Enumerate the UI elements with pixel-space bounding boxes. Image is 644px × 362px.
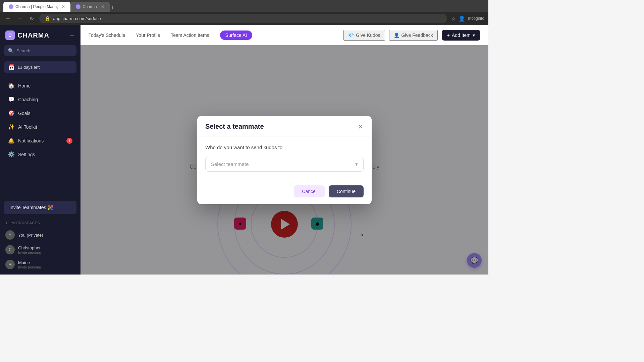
give-kudos-label: Give Kudos <box>356 33 380 38</box>
cancel-button[interactable]: Cancel <box>294 185 325 197</box>
modal-question: Who do you want to send kudos to <box>205 144 364 150</box>
back-button[interactable]: ← <box>4 14 12 23</box>
sidebar-item-coaching[interactable]: 💬 Coaching <box>3 93 78 106</box>
inactive-tab[interactable]: Charma ✕ <box>70 2 110 12</box>
nav-todays-schedule[interactable]: Today's Schedule <box>89 31 125 39</box>
invite-teammates-label: Invite Teammates 🎉 <box>9 205 53 210</box>
modal-body: Who do you want to send kudos to Select … <box>197 136 372 180</box>
nav-your-profile[interactable]: Your Profile <box>136 31 160 39</box>
continue-button[interactable]: Continue <box>329 185 364 197</box>
new-tab-button[interactable]: + <box>111 5 115 12</box>
bookmark-button[interactable]: ☆ <box>451 15 456 22</box>
profile-button[interactable]: 👤 <box>459 15 465 22</box>
workspace-avatar-maine: M <box>5 260 15 269</box>
coaching-icon: 💬 <box>8 96 15 103</box>
workspace-name-private: You (Private) <box>18 233 43 238</box>
logo: C CHARMA <box>5 31 49 40</box>
sidebar: C CHARMA ← 🔍 Search 📅 13 days left 🏠 Hom… <box>0 25 80 275</box>
nav-surface-ai[interactable]: Surface AI <box>220 31 253 40</box>
tab2-close-btn[interactable]: ✕ <box>101 4 104 9</box>
invite-teammates-button[interactable]: Invite Teammates 🎉 <box>4 201 76 214</box>
search-box[interactable]: 🔍 Search <box>4 45 76 56</box>
settings-icon: ⚙️ <box>8 151 15 158</box>
sidebar-item-notifications-label: Notifications <box>18 138 44 143</box>
workspace-name-maine: Maine <box>18 260 41 265</box>
workspace-name-christopher: Christopher <box>18 245 41 250</box>
ai-toolkit-icon: ✨ <box>8 124 15 130</box>
main-content: Today's Schedule Your Profile Team Actio… <box>80 25 488 275</box>
give-feedback-button[interactable]: 👤 Give Feedback <box>389 30 438 41</box>
give-feedback-icon: 👤 <box>394 33 399 38</box>
workspace-avatar-private: Y <box>5 230 15 240</box>
sidebar-item-notifications[interactable]: 🔔 Notifications 1 <box>3 134 78 147</box>
top-nav: Today's Schedule Your Profile Team Actio… <box>80 25 488 45</box>
add-item-button[interactable]: + Add Item ▾ <box>442 30 480 41</box>
goals-icon: 🎯 <box>8 110 15 116</box>
give-kudos-button[interactable]: 💎 Give Kudos <box>343 30 385 41</box>
nav-team-action-items[interactable]: Team Action Items <box>171 31 209 39</box>
top-nav-actions: 💎 Give Kudos 👤 Give Feedback + Add Item … <box>343 30 480 41</box>
sidebar-header: C CHARMA ← <box>0 25 80 45</box>
sidebar-item-ai-toolkit-label: AI Toolkit <box>18 124 37 130</box>
search-placeholder: Search <box>16 48 30 53</box>
sidebar-item-ai-toolkit[interactable]: ✨ AI Toolkit <box>3 120 78 133</box>
days-left-text: 13 days left <box>17 65 40 70</box>
workspace-item-christopher[interactable]: C Christopher Invite pending <box>5 242 75 257</box>
give-feedback-label: Give Feedback <box>401 33 433 38</box>
add-item-label: Add Item <box>452 33 471 38</box>
browser-tabs: Charma | People Management ... ✕ Charma … <box>3 0 114 12</box>
browser-chrome: Charma | People Management ... ✕ Charma … <box>0 0 488 12</box>
modal-close-button[interactable]: ✕ <box>358 123 364 131</box>
notifications-icon: 🔔 <box>8 137 15 144</box>
teammate-select-dropdown[interactable]: Select teammate ▾ <box>205 157 364 172</box>
sidebar-nav: 🏠 Home 💬 Coaching 🎯 Goals ✨ AI Toolkit 🔔… <box>0 76 80 197</box>
address-bar: ← → ↻ 🔒 app.charma.com/surface ☆ 👤 Incog… <box>0 12 488 25</box>
sidebar-item-coaching-label: Coaching <box>18 97 38 102</box>
incognito-label: Incognito <box>468 16 484 21</box>
dropdown-chevron-icon: ▾ <box>355 161 358 167</box>
add-item-icon: + <box>447 33 450 38</box>
logo-icon: C <box>5 31 15 40</box>
tab-label: Charma | People Management ... <box>15 4 58 9</box>
teammate-select-placeholder: Select teammate <box>211 161 249 167</box>
workspace-item-private[interactable]: Y You (Private) <box>5 228 75 242</box>
modal-overlay: Select a teammate ✕ Who do you want to s… <box>80 45 488 275</box>
url-text: app.charma.com/surface <box>53 16 101 21</box>
modal-title: Select a teammate <box>205 123 264 130</box>
search-icon: 🔍 <box>8 48 14 53</box>
workspaces-label: 1:1 Workspaces <box>5 221 75 225</box>
modal-footer: Cancel Continue <box>197 180 372 204</box>
workspace-item-maine[interactable]: M Maine Invite pending <box>5 257 75 272</box>
workspaces-section: 1:1 Workspaces Y You (Private) C Christo… <box>0 218 80 275</box>
url-bar[interactable]: 🔒 app.charma.com/surface <box>39 14 447 23</box>
page-content: Welcome to SurfaceAI Connect integration… <box>80 45 488 275</box>
sidebar-item-home-label: Home <box>18 83 31 88</box>
sidebar-item-settings[interactable]: ⚙️ Settings <box>3 148 78 161</box>
give-kudos-icon: 💎 <box>348 33 354 38</box>
forward-button[interactable]: → <box>16 14 24 23</box>
tab-close-btn[interactable]: ✕ <box>62 4 65 9</box>
days-icon: 📅 <box>8 64 15 70</box>
logo-text: CHARMA <box>17 32 49 39</box>
select-teammate-modal: Select a teammate ✕ Who do you want to s… <box>197 116 372 204</box>
home-icon: 🏠 <box>8 82 15 89</box>
active-tab[interactable]: Charma | People Management ... ✕ <box>3 2 70 12</box>
add-item-chevron: ▾ <box>473 33 475 38</box>
notifications-badge: 1 <box>66 138 72 144</box>
days-left-badge: 📅 13 days left <box>4 61 76 73</box>
tab2-label: Charma <box>83 4 97 9</box>
sidebar-collapse-button[interactable]: ← <box>69 32 75 39</box>
browser-actions: ☆ 👤 Incognito <box>451 15 484 22</box>
sidebar-item-goals-label: Goals <box>18 111 31 116</box>
sidebar-item-goals[interactable]: 🎯 Goals <box>3 107 78 120</box>
reload-button[interactable]: ↻ <box>28 14 35 23</box>
sidebar-search: 🔍 Search <box>4 45 76 56</box>
workspace-sub-maine: Invite pending <box>18 265 41 269</box>
sidebar-item-home[interactable]: 🏠 Home <box>3 79 78 92</box>
workspace-sub-christopher: Invite pending <box>18 250 41 254</box>
app-container: C CHARMA ← 🔍 Search 📅 13 days left 🏠 Hom… <box>0 25 488 275</box>
workspace-avatar-christopher: C <box>5 245 15 254</box>
sidebar-item-settings-label: Settings <box>18 152 35 157</box>
tab2-favicon <box>76 4 80 9</box>
modal-header: Select a teammate ✕ <box>197 116 372 136</box>
